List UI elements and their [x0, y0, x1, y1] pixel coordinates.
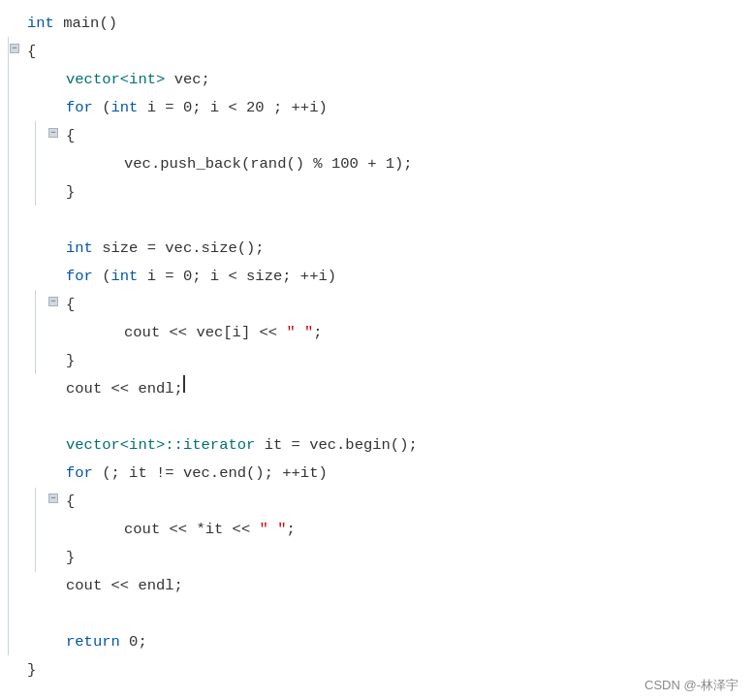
code-line-2: − { — [27, 38, 735, 66]
code-cout2: cout << *it << — [124, 516, 260, 544]
code-for2b: i = 0; i < size; ++i) — [138, 263, 336, 291]
brace-close-for1: } — [66, 178, 75, 207]
text-cursor — [183, 375, 185, 393]
code-for1b: i = 0; i < 20 ; ++i) — [138, 94, 327, 122]
fold-line-main — [8, 37, 9, 655]
code-endl2: cout << endl; — [66, 572, 183, 600]
brace-close-for3: } — [66, 544, 75, 572]
code-line-3: vector<int> vec; — [27, 66, 735, 94]
code-semi1: ; — [313, 319, 322, 347]
code-line-16: vector<int>::iterator it = vec.begin(); — [27, 431, 735, 460]
string-space-2: " " — [260, 516, 287, 544]
code-semi2: ; — [286, 516, 295, 544]
keyword-for-2: for — [66, 263, 93, 291]
fold-icon-for3[interactable]: − — [48, 493, 58, 503]
code-line-8 — [27, 207, 735, 235]
code-iterator: it = vec.begin(); — [255, 431, 417, 460]
code-endl1: cout << endl; — [66, 375, 183, 403]
code-vec: vec; — [165, 66, 210, 94]
brace-close-main: } — [27, 656, 36, 684]
fold-line-for3 — [35, 488, 36, 572]
brace-open-for1: { — [66, 122, 75, 150]
code-line-13: } — [27, 347, 735, 375]
code-line-18: − { — [27, 488, 735, 516]
brace-close-for2: } — [66, 347, 75, 375]
code-line-4: for (int i = 0; i < 20 ; ++i) — [27, 94, 735, 122]
brace-open-for2: { — [66, 291, 75, 319]
code-size: size = vec.size(); — [93, 235, 265, 263]
string-space-1: " " — [286, 319, 313, 347]
code-for2a: ( — [93, 263, 111, 291]
code-line-22 — [27, 600, 735, 628]
code-container: int main() − { vector<int> vec; for (int… — [0, 0, 754, 700]
code-line-5: − { — [27, 122, 735, 150]
fold-line-for2 — [35, 290, 36, 374]
code-line-21: cout << endl; — [27, 572, 735, 600]
brace-open-main: { — [27, 38, 36, 66]
code-line-9: int size = vec.size(); — [27, 235, 735, 263]
code-for3: (; it != vec.end(); ++it) — [93, 460, 328, 488]
brace-open-for3: { — [66, 488, 75, 516]
type-iterator: vector<int>::iterator — [66, 431, 255, 460]
code-cout1: cout << vec[i] << — [124, 319, 286, 347]
fold-icon-for1[interactable]: − — [48, 128, 58, 138]
code-pushback: vec.push_back(rand() % 100 + 1); — [124, 150, 413, 178]
keyword-int-1: int — [27, 10, 54, 38]
code-line-12: cout << vec[i] << " "; — [27, 319, 735, 347]
code-line-14: cout << endl; — [27, 375, 735, 403]
keyword-return: return — [66, 628, 120, 656]
keyword-for-1: for — [66, 94, 93, 122]
fold-icon-for2[interactable]: − — [48, 297, 58, 306]
fold-line-for1 — [35, 121, 36, 206]
code-return-val: 0; — [120, 628, 147, 656]
code-line-17: for (; it != vec.end(); ++it) — [27, 460, 735, 488]
code-text-1: main() — [54, 10, 117, 38]
code-area: int main() − { vector<int> vec; for (int… — [0, 0, 754, 694]
keyword-int-for1: int — [111, 94, 139, 122]
code-line-7: } — [27, 178, 735, 207]
keyword-for-3: for — [66, 460, 93, 488]
code-line-20: } — [27, 544, 735, 572]
code-for1: ( — [93, 94, 111, 122]
code-line-6: vec.push_back(rand() % 100 + 1); — [27, 150, 735, 178]
code-line-1: int main() — [27, 10, 735, 38]
keyword-int-size: int — [66, 235, 93, 263]
code-line-11: − { — [27, 291, 735, 319]
code-line-23: return 0; — [27, 628, 735, 656]
code-line-15 — [27, 403, 735, 431]
type-vector: vector<int> — [66, 66, 165, 94]
watermark: CSDN @-林泽宇 — [629, 671, 754, 700]
keyword-int-for2: int — [111, 263, 139, 291]
code-line-10: for (int i = 0; i < size; ++i) — [27, 263, 735, 291]
code-line-19: cout << *it << " "; — [27, 516, 735, 544]
fold-icon-main[interactable]: − — [10, 44, 19, 53]
